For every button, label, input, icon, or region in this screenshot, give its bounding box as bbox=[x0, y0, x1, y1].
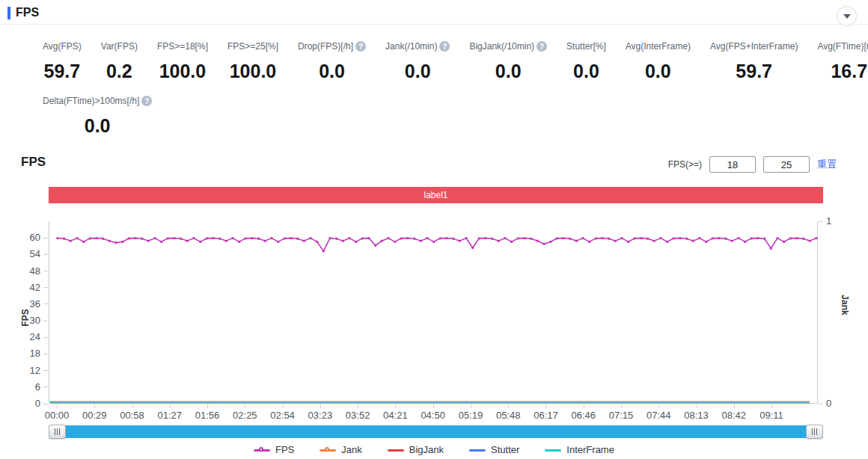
stat-label: Avg(FPS+InterFrame) bbox=[710, 41, 798, 52]
legend-marker-icon bbox=[469, 446, 486, 454]
legend-label: InterFrame bbox=[566, 444, 614, 455]
y-tick bbox=[43, 404, 48, 404]
fps-threshold-label: FPS(>=) bbox=[668, 159, 702, 170]
y-tick-label: 36 bbox=[3, 298, 40, 309]
x-tick-label: 09:11 bbox=[760, 410, 783, 421]
legend-item[interactable]: Jank bbox=[320, 444, 361, 455]
y2-tick-label: 0 bbox=[826, 398, 831, 409]
y2-tick-label: 1 bbox=[826, 215, 831, 227]
grip-icon bbox=[55, 428, 60, 435]
stat-value: 0.0 bbox=[566, 61, 606, 82]
chart-plot-area bbox=[49, 221, 818, 404]
stat-value: 100.0 bbox=[157, 61, 208, 82]
chart-legend: FPS Jank BigJank Stutter InterFrame bbox=[0, 444, 868, 455]
reset-link[interactable]: 重置 bbox=[817, 158, 837, 171]
stat-label: Delta(FTime)>100ms[/h] bbox=[43, 96, 139, 106]
x-tick-label: 00:00 bbox=[45, 410, 70, 421]
fps-threshold-input-2[interactable] bbox=[763, 156, 810, 173]
chart-title: FPS bbox=[21, 155, 46, 170]
stat-value: 0.0 bbox=[43, 115, 152, 137]
x-tick-label: 06:46 bbox=[571, 410, 596, 421]
stat-label: FPS>=25[%] bbox=[227, 41, 278, 52]
stat-label: Avg(InterFrame) bbox=[626, 41, 691, 52]
stat-value: 100.0 bbox=[227, 61, 278, 82]
fps-threshold-filter: FPS(>=) 重置 bbox=[668, 156, 837, 173]
x-tick bbox=[395, 404, 396, 408]
stat-value: 59.7 bbox=[43, 61, 82, 82]
y-tick-label: 24 bbox=[3, 331, 40, 342]
chevron-down-icon bbox=[843, 14, 851, 19]
label-banner: label1 bbox=[49, 187, 823, 203]
x-tick bbox=[358, 404, 358, 408]
help-icon[interactable]: ? bbox=[537, 41, 547, 52]
accent-bar bbox=[7, 7, 10, 19]
grip-icon bbox=[812, 428, 817, 435]
data-zoom-fill[interactable] bbox=[49, 425, 823, 438]
stat-label: Avg(FPS) bbox=[43, 41, 82, 52]
x-tick-label: 04:50 bbox=[421, 410, 445, 421]
y-tick-label: 42 bbox=[3, 282, 40, 293]
x-tick bbox=[621, 404, 622, 408]
x-tick bbox=[283, 404, 284, 408]
stat-item: FPS>=25[%] 100.0 bbox=[218, 41, 288, 82]
data-zoom-scrollbar[interactable] bbox=[49, 425, 823, 439]
stats-row-2: Delta(FTime)>100ms[/h] ? 0.0 bbox=[0, 82, 868, 137]
help-icon[interactable]: ? bbox=[439, 41, 450, 52]
x-tick bbox=[658, 404, 659, 408]
x-tick-label: 07:15 bbox=[609, 410, 634, 421]
card-header: FPS bbox=[0, 0, 868, 25]
stat-value: 0.0 bbox=[298, 61, 366, 82]
stat-value: 0.0 bbox=[626, 61, 691, 82]
x-tick-label: 00:58 bbox=[120, 410, 144, 421]
legend-label: FPS bbox=[275, 444, 294, 455]
x-tick-label: 00:29 bbox=[82, 410, 107, 421]
stat-item: Avg(FPS) 59.7 bbox=[33, 41, 91, 82]
legend-item[interactable]: FPS bbox=[254, 444, 294, 455]
legend-item[interactable]: BigJank bbox=[388, 444, 444, 455]
stat-label: FPS>=18[%] bbox=[157, 41, 208, 52]
x-tick-label: 05:19 bbox=[459, 410, 483, 421]
y-tick bbox=[43, 271, 48, 271]
x-tick bbox=[771, 404, 772, 408]
x-tick bbox=[170, 404, 171, 408]
data-zoom-handle-left[interactable] bbox=[49, 425, 66, 439]
page-title: FPS bbox=[16, 6, 39, 19]
y-tick-label: 12 bbox=[3, 365, 40, 376]
y-tick bbox=[43, 370, 48, 371]
stat-label: Stutter[%] bbox=[566, 41, 606, 52]
x-tick-label: 02:25 bbox=[233, 410, 257, 421]
legend-marker-icon bbox=[388, 446, 404, 454]
x-tick-label: 04:21 bbox=[383, 410, 408, 421]
y-tick-label: 6 bbox=[3, 381, 40, 392]
x-tick bbox=[433, 404, 434, 408]
x-tick bbox=[545, 404, 546, 408]
data-zoom-handle-right[interactable] bbox=[806, 425, 823, 439]
x-tick-label: 03:52 bbox=[346, 410, 370, 421]
y2-tick bbox=[819, 221, 823, 222]
stat-value: 0.0 bbox=[469, 61, 547, 82]
x-tick bbox=[584, 404, 584, 408]
x-tick-label: 01:56 bbox=[195, 410, 220, 421]
help-icon[interactable]: ? bbox=[355, 41, 366, 52]
y-tick bbox=[43, 321, 48, 321]
y-tick-label: 60 bbox=[3, 232, 40, 243]
x-tick bbox=[508, 404, 509, 408]
x-tick bbox=[320, 404, 321, 408]
legend-marker-icon bbox=[254, 446, 270, 454]
y-tick-label: 0 bbox=[3, 398, 40, 409]
y-tick bbox=[43, 354, 48, 354]
y-tick bbox=[43, 254, 48, 255]
fps-threshold-input-1[interactable] bbox=[709, 156, 756, 173]
y2-axis-title: Jank bbox=[839, 295, 849, 315]
legend-item[interactable]: InterFrame bbox=[545, 444, 614, 455]
x-tick-label: 08:13 bbox=[684, 410, 709, 421]
help-icon[interactable]: ? bbox=[141, 96, 152, 106]
x-tick-label: 05:48 bbox=[496, 410, 521, 421]
y-tick bbox=[43, 304, 48, 304]
collapse-button[interactable] bbox=[837, 6, 857, 26]
stat-item: Jank(/10min) ? 0.0 bbox=[376, 41, 459, 82]
chart-section-header: FPS FPS(>=) 重置 bbox=[0, 152, 868, 174]
stat-label: Drop(FPS)[/h] bbox=[298, 41, 353, 52]
legend-item[interactable]: Stutter bbox=[469, 444, 519, 455]
stat-item: BigJank(/10min) ? 0.0 bbox=[459, 41, 557, 82]
